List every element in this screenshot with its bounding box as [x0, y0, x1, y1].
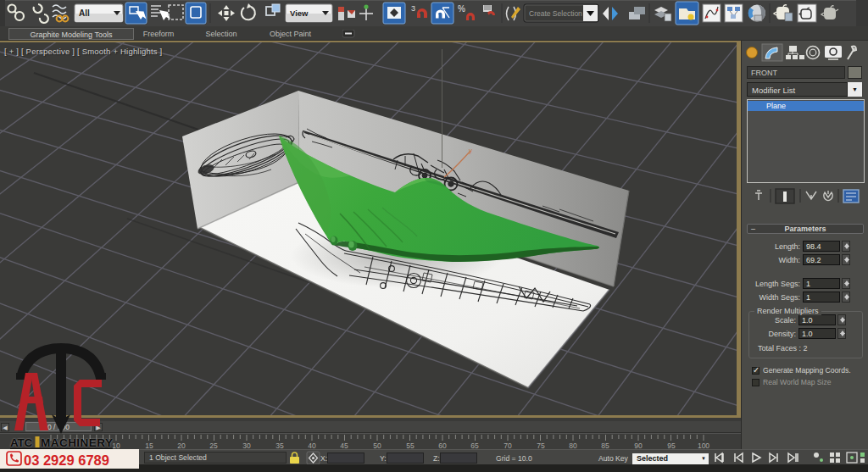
svg-text:%: %	[458, 4, 465, 14]
svg-text:ATC: ATC	[10, 436, 32, 449]
svg-text:3: 3	[411, 4, 415, 13]
svg-text:View: View	[290, 8, 309, 18]
svg-text:03 2929 6789: 03 2929 6789	[24, 453, 109, 468]
svg-text:MACHINERY: MACHINERY	[41, 436, 113, 449]
svg-text:Create Selection S: Create Selection S	[529, 9, 589, 18]
svg-text:All: All	[79, 8, 90, 18]
svg-text:y: y	[469, 147, 472, 154]
